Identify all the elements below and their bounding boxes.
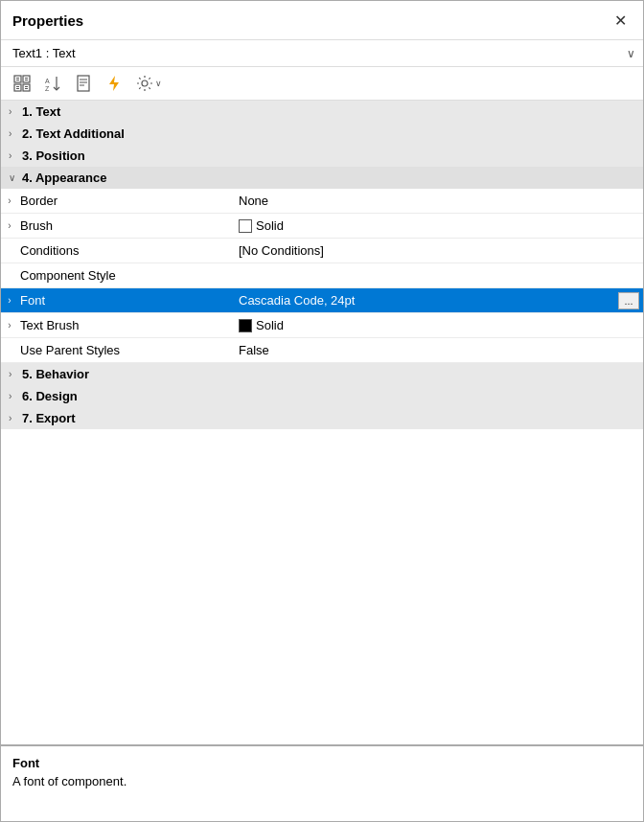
selector-chevron-icon: ∨ — [627, 47, 635, 60]
section-chevron-icon: › — [9, 128, 18, 139]
prop-name: Use Parent Styles — [18, 343, 239, 357]
object-selector-value: Text1 : Text — [9, 44, 80, 62]
section-title-position: 3. Position — [22, 148, 85, 163]
categorized-button[interactable] — [9, 71, 35, 96]
svg-text:A: A — [45, 78, 50, 84]
window-title: Properties — [12, 12, 83, 29]
section-chevron-icon: › — [9, 413, 18, 423]
prop-row-appearance-0[interactable]: ›BorderNone — [1, 189, 643, 214]
prop-row-appearance-6[interactable]: Use Parent StylesFalse — [1, 338, 643, 363]
prop-name: Text Brush — [18, 318, 239, 332]
section-row-appearance[interactable]: ∨ 4. Appearance — [1, 167, 643, 189]
page-icon — [75, 75, 92, 92]
events-button[interactable] — [101, 71, 127, 96]
lightning-bolt-icon — [105, 75, 123, 92]
prop-value: Cascadia Code, 24pt — [239, 293, 618, 308]
page-button[interactable] — [70, 71, 97, 96]
section-chevron-icon: › — [9, 106, 18, 117]
section-row-export[interactable]: › 7. Export — [1, 407, 643, 429]
ellipsis-button[interactable]: ... — [618, 292, 639, 309]
sort-icon: A Z — [44, 75, 61, 92]
prop-value: Solid — [239, 318, 643, 332]
section-row-text[interactable]: › 1. Text — [1, 101, 643, 123]
section-chevron-icon: › — [9, 391, 18, 401]
prop-row-appearance-5[interactable]: ›Text BrushSolid — [1, 313, 643, 338]
prop-row-appearance-1[interactable]: ›BrushSolid — [1, 214, 643, 239]
prop-name: Component Style — [18, 268, 239, 283]
svg-rect-15 — [78, 76, 89, 91]
svg-rect-2 — [14, 84, 21, 91]
section-title-export: 7. Export — [22, 411, 76, 425]
categorized-icon — [13, 75, 31, 92]
title-bar: Properties ✕ — [1, 1, 643, 40]
section-title-text-additional: 2. Text Additional — [22, 126, 125, 141]
bottom-info-title: Font — [12, 756, 632, 770]
close-button[interactable]: ✕ — [609, 9, 632, 32]
prop-chevron-icon: › — [1, 220, 18, 231]
svg-rect-3 — [23, 84, 30, 91]
selector-bar[interactable]: Text1 : Text ∨ — [1, 40, 643, 67]
prop-name: Brush — [18, 218, 239, 233]
sort-button[interactable]: A Z — [39, 71, 66, 96]
section-chevron-icon: ∨ — [9, 172, 18, 183]
color-swatch — [239, 319, 252, 332]
prop-chevron-icon: › — [1, 195, 18, 206]
prop-row-appearance-3[interactable]: Component Style — [1, 263, 643, 288]
prop-row-appearance-2[interactable]: Conditions[No Conditions] — [1, 239, 643, 263]
svg-text:Z: Z — [45, 85, 50, 92]
prop-value: None — [239, 194, 643, 208]
section-row-text-additional[interactable]: › 2. Text Additional — [1, 123, 643, 145]
svg-rect-0 — [14, 76, 21, 82]
prop-value: Solid — [239, 218, 643, 233]
section-chevron-icon: › — [9, 369, 18, 379]
toolbar: A Z ∨ — [1, 67, 643, 101]
section-title-appearance: 4. Appearance — [22, 171, 106, 185]
prop-value: False — [239, 343, 643, 357]
prop-chevron-icon: › — [1, 320, 18, 331]
color-swatch — [239, 219, 252, 233]
properties-window: Properties ✕ Text1 : Text ∨ — [0, 0, 644, 822]
prop-chevron-icon: › — [1, 295, 18, 306]
prop-name: Border — [18, 194, 239, 208]
section-title-behavior: 5. Behavior — [22, 367, 89, 381]
gear-icon — [136, 75, 153, 92]
prop-row-appearance-4[interactable]: ›FontCascadia Code, 24pt... — [1, 288, 643, 313]
section-row-design[interactable]: › 6. Design — [1, 385, 643, 407]
bottom-info-description: A font of component. — [12, 774, 632, 788]
bottom-info-panel: Font A font of component. — [1, 744, 643, 821]
gear-chevron-icon: ∨ — [155, 79, 162, 88]
svg-marker-19 — [109, 76, 119, 91]
section-row-behavior[interactable]: › 5. Behavior — [1, 363, 643, 385]
properties-list: › 1. Text › 2. Text Additional › 3. Posi… — [1, 101, 643, 744]
prop-value: [No Conditions] — [239, 243, 643, 258]
prop-name: Conditions — [18, 243, 239, 258]
section-title-design: 6. Design — [22, 389, 78, 403]
section-title-text: 1. Text — [22, 104, 60, 119]
svg-rect-1 — [23, 76, 30, 82]
section-row-position[interactable]: › 3. Position — [1, 145, 643, 167]
svg-point-20 — [142, 80, 148, 86]
settings-button[interactable]: ∨ — [131, 72, 167, 95]
section-chevron-icon: › — [9, 150, 18, 161]
prop-name: Font — [18, 293, 239, 308]
